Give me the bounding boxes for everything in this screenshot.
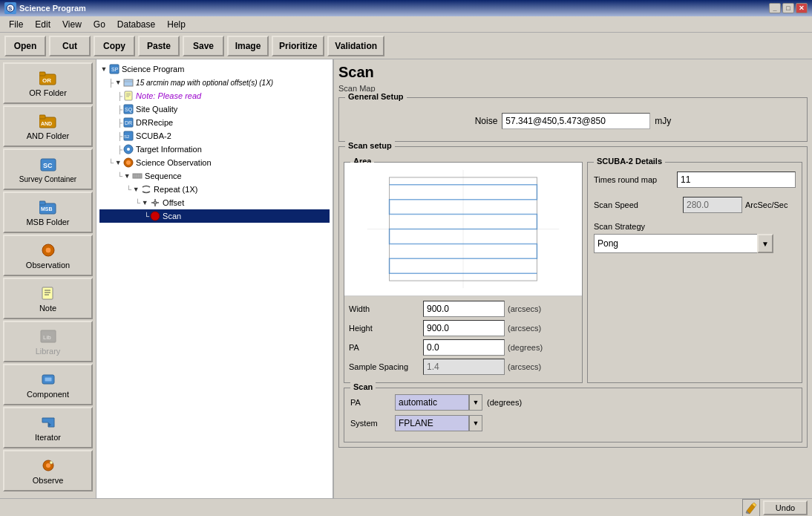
expand-icon[interactable]: ▼ xyxy=(114,78,122,87)
copy-button[interactable]: Copy xyxy=(94,36,135,56)
menu-file[interactable]: File xyxy=(3,18,29,31)
svg-point-50 xyxy=(154,201,157,204)
sample-spacing-input[interactable] xyxy=(423,359,505,375)
scan-pa-label: PA xyxy=(350,398,395,407)
scan-system-select[interactable]: FPLANE TRACKING AZEL xyxy=(395,415,469,431)
or-folder-icon: OR xyxy=(39,69,57,87)
tree-item-drrecipe[interactable]: ├ DR DRRecipe xyxy=(99,116,330,129)
tree-item-note[interactable]: ├ Note: Please read xyxy=(99,89,330,102)
msb-folder-button[interactable]: MSB MSB Folder xyxy=(3,192,93,233)
or-folder-button[interactable]: OR OR Folder xyxy=(3,62,93,104)
menu-database[interactable]: Database xyxy=(111,18,161,31)
tree-label-drrecipe: DRRecipe xyxy=(136,118,173,127)
pa-input[interactable] xyxy=(423,339,505,356)
pa-dropdown-arrow[interactable]: ▼ xyxy=(469,394,482,411)
image-button[interactable]: Image xyxy=(227,36,269,56)
scan-strategy-select[interactable]: Pong Boustrophedon Lissajous Point xyxy=(594,234,757,253)
cut-button[interactable]: Cut xyxy=(49,36,91,56)
expand-icon[interactable]: ▼ xyxy=(99,65,108,74)
tree-panel: ▼ SP Science Program ├ ▼ 15 arcmin map w… xyxy=(96,59,334,498)
validation-button[interactable]: Validation xyxy=(327,36,384,56)
prioritize-button[interactable]: Prioritize xyxy=(272,36,324,56)
height-input[interactable] xyxy=(423,320,505,336)
strategy-dropdown-arrow[interactable]: ▼ xyxy=(757,234,773,253)
left-panel: OR OR Folder AND AND Folder SC Survey Co… xyxy=(0,59,96,498)
save-button[interactable]: Save xyxy=(183,36,224,56)
toolbar: Open Cut Copy Paste Save Image Prioritiz… xyxy=(0,33,812,59)
note-label: Note xyxy=(39,304,56,313)
survey-container-button[interactable]: SC Survey Container xyxy=(3,148,93,190)
pa-label: PA xyxy=(349,343,423,352)
svg-rect-15 xyxy=(42,287,53,299)
menu-help[interactable]: Help xyxy=(161,18,191,31)
iterator-button[interactable]: Iterator xyxy=(3,407,93,448)
undo-button[interactable]: Undo xyxy=(763,500,808,515)
library-button[interactable]: Lib Library xyxy=(3,321,93,362)
content-area: Scan Scan Map General Setup Noise mJy Sc… xyxy=(334,59,812,498)
tree-item-sequence[interactable]: └ ▼ Sequence xyxy=(99,169,330,183)
connector: └ xyxy=(135,199,140,207)
scan-pa-select[interactable]: automatic fixed xyxy=(395,394,469,411)
scan-speed-unit: ArcSec/Sec xyxy=(745,200,788,209)
iterator-icon xyxy=(39,414,57,431)
tree-item-offset[interactable]: └ ▼ Offset xyxy=(99,196,330,209)
noise-input[interactable] xyxy=(502,113,650,129)
svg-point-51 xyxy=(151,212,160,221)
connector: └ xyxy=(126,186,131,194)
connector: ├ xyxy=(117,92,122,100)
menu-edit[interactable]: Edit xyxy=(29,18,56,31)
times-round-map-label: Times round map xyxy=(594,175,677,184)
expand-icon[interactable]: ▼ xyxy=(131,185,140,194)
tree-label-sequence: Sequence xyxy=(145,172,182,180)
tree-item-repeat[interactable]: └ ▼ Repeat (1X) xyxy=(99,183,330,196)
expand-icon[interactable]: ▼ xyxy=(140,198,149,207)
component-button[interactable]: Component xyxy=(3,364,93,405)
observation-button[interactable]: Observation xyxy=(3,235,93,276)
survey-container-label: Survey Container xyxy=(19,175,76,183)
tree-item-arcmin-map[interactable]: ├ ▼ 15 arcmin map with optional offset(s… xyxy=(99,76,330,89)
menu-view[interactable]: View xyxy=(56,18,88,31)
scan-subtitle: Scan Map xyxy=(338,84,808,93)
msb-folder-icon: MSB xyxy=(39,198,57,216)
main-container: OR OR Folder AND AND Folder SC Survey Co… xyxy=(0,59,812,498)
tree-item-scan[interactable]: └ Scan xyxy=(99,209,330,223)
tree-item-science-program[interactable]: ▼ SP Science Program xyxy=(99,62,330,76)
menu-go[interactable]: Go xyxy=(88,18,111,31)
bottom-bar: Undo xyxy=(0,498,812,516)
note-tree-icon xyxy=(122,90,134,102)
minimize-button[interactable]: _ xyxy=(769,3,781,13)
close-button[interactable]: ✕ xyxy=(796,3,808,13)
tree-item-target[interactable]: ├ Target Information xyxy=(99,143,330,156)
restore-button[interactable]: □ xyxy=(782,3,794,13)
window-title: Science Program xyxy=(19,4,86,13)
tree-item-scuba2[interactable]: ├ S2 SCUBA-2 xyxy=(99,129,330,143)
pencil-icon[interactable] xyxy=(742,499,760,517)
svg-rect-3 xyxy=(39,72,45,76)
scan-setup-label: Scan setup xyxy=(345,141,395,150)
height-label: Height xyxy=(349,324,423,333)
science-obs-icon xyxy=(122,157,134,169)
system-dropdown-arrow[interactable]: ▼ xyxy=(469,415,482,431)
times-round-map-input[interactable] xyxy=(677,172,796,188)
svg-point-43 xyxy=(126,160,131,165)
paste-button[interactable]: Paste xyxy=(138,36,180,56)
sequence-icon xyxy=(131,170,143,182)
observe-button[interactable]: Observe xyxy=(3,450,93,491)
expand-icon[interactable]: ▼ xyxy=(122,172,131,180)
scan-speed-input[interactable] xyxy=(683,197,742,213)
expand-icon[interactable]: ▼ xyxy=(114,158,122,167)
tree-label-arcmin-map: 15 arcmin map with optional offset(s) (1… xyxy=(136,79,273,87)
window-controls[interactable]: _ □ ✕ xyxy=(769,3,808,13)
pa-row: PA (degrees) xyxy=(349,339,577,356)
tree-label-target: Target Information xyxy=(136,145,202,154)
tree-item-science-obs[interactable]: └ ▼ Science Observation xyxy=(99,156,330,169)
tree-item-site-quality[interactable]: ├ SQ Site Quality xyxy=(99,102,330,116)
height-row: Height (arcsecs) xyxy=(349,320,577,336)
width-input[interactable] xyxy=(423,301,505,317)
open-button[interactable]: Open xyxy=(4,36,46,56)
and-folder-button[interactable]: AND AND Folder xyxy=(3,105,93,147)
note-button[interactable]: Note xyxy=(3,278,93,319)
svg-rect-30 xyxy=(125,91,132,100)
scuba2-content: Times round map Scan Speed ArcSec/Sec Sc… xyxy=(588,163,802,259)
or-folder-label: OR Folder xyxy=(29,88,67,97)
